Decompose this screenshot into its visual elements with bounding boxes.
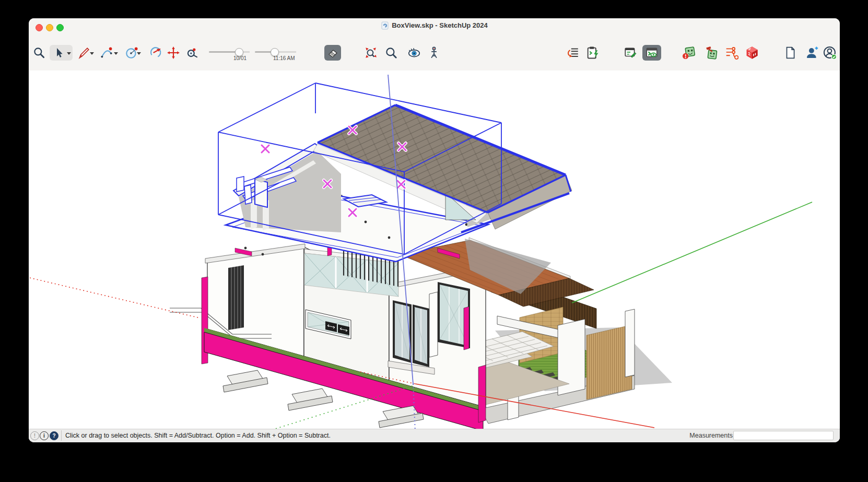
add-person-tool[interactable] xyxy=(804,45,820,61)
line-tool[interactable] xyxy=(76,45,91,61)
edit-script-tool[interactable] xyxy=(623,45,638,61)
run-clipboard-tool[interactable] xyxy=(585,45,601,61)
sketchup-file-icon xyxy=(381,21,389,30)
tape-measure-tool[interactable] xyxy=(184,45,200,61)
geolocation-icon[interactable]: ! xyxy=(30,431,39,440)
arc-tool[interactable] xyxy=(99,45,114,61)
zoom-extents-tool[interactable] xyxy=(363,45,379,61)
line-dropdown[interactable] xyxy=(90,52,94,55)
titlebar: BoxView.skp - SketchUp 2024 xyxy=(29,18,840,32)
undo-list-icon xyxy=(566,46,580,60)
new-document-tool[interactable] xyxy=(782,45,798,61)
select-arrow-icon xyxy=(52,46,65,59)
shadow-date-label: 10/01 xyxy=(233,55,247,61)
look-around-tool[interactable] xyxy=(406,45,422,61)
shadow-time-label: 11:16 AM xyxy=(273,55,295,61)
slat-vent xyxy=(228,265,244,330)
measurements-input[interactable] xyxy=(733,431,834,440)
tape-measure-icon xyxy=(185,46,199,60)
undo-list-tool[interactable] xyxy=(565,45,581,61)
arc-icon xyxy=(100,46,113,60)
magnifier-icon xyxy=(32,46,46,60)
move-icon xyxy=(167,46,180,60)
run-clipboard-icon xyxy=(585,45,600,60)
edit-script-icon xyxy=(623,46,638,60)
eraser-tool[interactable] xyxy=(324,45,341,61)
zoom-tool[interactable] xyxy=(31,45,47,61)
console-eye-icon xyxy=(644,46,659,60)
version-graph-tool[interactable] xyxy=(723,45,739,61)
credits-icon[interactable]: i xyxy=(40,431,49,440)
pencil-icon xyxy=(77,46,90,60)
arc-dropdown[interactable] xyxy=(114,52,118,55)
select-dropdown[interactable] xyxy=(67,52,71,55)
circle-dropdown[interactable] xyxy=(137,52,141,55)
person-add-icon xyxy=(805,45,819,60)
toolbar: 10/01 11:16 AM xyxy=(29,32,840,71)
zoom-window-icon xyxy=(384,46,398,60)
shadow-date-slider[interactable] xyxy=(209,51,250,53)
camera-figure-icon xyxy=(427,46,441,60)
measurements-label: Measurements xyxy=(689,432,733,439)
rotate-icon xyxy=(149,46,162,60)
screen: BoxView.skp - SketchUp 2024 xyxy=(0,0,868,482)
new-document-icon xyxy=(783,45,797,60)
console-view-tool[interactable] xyxy=(642,45,661,61)
statusbar: ! i ? Click or drag to select objects. S… xyxy=(29,429,840,442)
model-canvas[interactable] xyxy=(29,70,840,442)
account-circle-icon xyxy=(823,45,837,60)
plugin-cube-tool[interactable] xyxy=(744,45,760,61)
window-title: BoxView.skp - SketchUp 2024 xyxy=(392,21,488,29)
face-hammer-icon xyxy=(704,45,719,60)
position-camera-tool[interactable] xyxy=(426,45,442,61)
rotate-tool[interactable] xyxy=(148,45,163,61)
fix-model-tool[interactable] xyxy=(703,45,719,61)
move-tool[interactable] xyxy=(166,45,181,61)
status-message: Click or drag to select objects. Shift =… xyxy=(65,432,331,439)
account-tool[interactable] xyxy=(822,45,838,61)
eraser-icon xyxy=(326,46,339,59)
viewport-3d[interactable] xyxy=(29,70,840,442)
report-issue-tool[interactable] xyxy=(681,45,697,61)
sketchup-window: BoxView.skp - SketchUp 2024 xyxy=(29,18,840,442)
version-graph-icon xyxy=(724,45,738,60)
red-cube-icon xyxy=(745,45,759,60)
zoom-window-tool[interactable] xyxy=(383,45,399,61)
column[interactable] xyxy=(625,309,635,377)
face-warning-icon xyxy=(682,45,696,60)
help-icon[interactable]: ? xyxy=(50,431,58,440)
statusbar-separator xyxy=(61,430,62,441)
shadow-time-slider[interactable] xyxy=(255,51,296,53)
eye-icon xyxy=(407,46,421,60)
zoom-extents-icon xyxy=(364,46,378,60)
